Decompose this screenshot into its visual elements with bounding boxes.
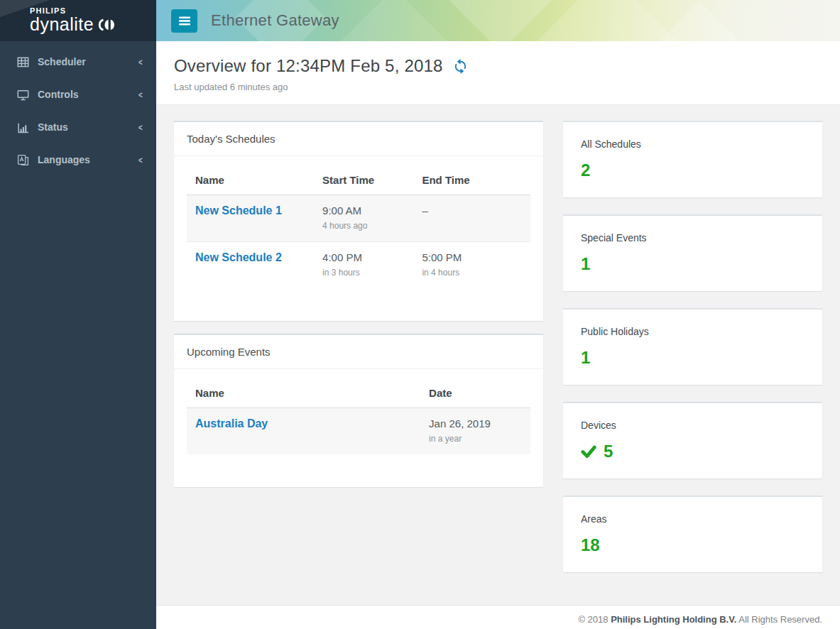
refresh-icon <box>452 58 469 75</box>
sidebar-item-label: Controls <box>38 89 79 100</box>
stat-value: 5 <box>604 442 613 461</box>
column-header-start-time: Start Time <box>314 165 413 195</box>
column-header-name: Name <box>187 165 314 195</box>
table-icon <box>17 56 29 68</box>
stat-card-public-holidays: Public Holidays 1 <box>563 308 822 385</box>
sidebar-item-label: Status <box>38 121 68 133</box>
sidebar-item-controls[interactable]: Controls < <box>0 78 156 111</box>
main-area: Ethernet Gateway Overview for 12:34PM Fe… <box>156 0 840 629</box>
dynalite-wordmark: dynalite <box>30 15 94 35</box>
end-time-value: – <box>422 204 522 217</box>
start-time-value: 4:00 PM <box>322 251 405 263</box>
stat-label: Special Events <box>581 232 804 244</box>
stat-card-all-schedules: All Schedules 2 <box>563 121 822 197</box>
table-row: New Schedule 1 9:00 AM 4 hours ago – <box>187 195 530 242</box>
chevron-left-icon: < <box>138 154 143 165</box>
start-time-relative: 4 hours ago <box>322 221 405 231</box>
header-diamond-decor <box>532 0 682 41</box>
column-header-end-time: End Time <box>413 165 530 195</box>
left-column: Today's Schedules Name Start Time End Ti… <box>174 121 543 589</box>
right-column: All Schedules 2 Special Events 1 Public … <box>563 121 822 589</box>
language-icon <box>17 154 29 166</box>
overview-heading: Overview for 12:34PM Feb 5, 2018 <box>174 56 443 76</box>
stat-label: All Schedules <box>581 138 804 150</box>
table-row: New Schedule 2 4:00 PM in 3 hours 5:00 P… <box>187 242 530 289</box>
hamburger-icon <box>179 16 190 26</box>
start-time-value: 9:00 AM <box>322 204 405 217</box>
sidebar: PHILIPS dynalite <box>0 0 156 629</box>
stat-card-special-events: Special Events 1 <box>563 214 822 291</box>
event-link[interactable]: Australia Day <box>195 417 268 430</box>
end-time-value: 5:00 PM <box>422 251 522 263</box>
stat-value: 2 <box>581 160 590 180</box>
header-diamond-decor <box>445 0 556 41</box>
header-diamond-decor <box>329 0 459 41</box>
event-date-value: Jan 26, 2019 <box>429 417 522 430</box>
copyright-suffix: All Rights Reserved. <box>736 614 822 625</box>
bar-chart-icon <box>17 121 29 133</box>
sidebar-nav: Scheduler < Controls < <box>0 41 156 176</box>
stat-card-devices: Devices 5 <box>563 402 822 478</box>
event-date-relative: in a year <box>429 434 522 444</box>
refresh-button[interactable] <box>452 58 469 75</box>
desktop-icon <box>17 89 29 101</box>
stat-label: Public Holidays <box>581 326 804 337</box>
header-diamond-decor <box>654 1 744 41</box>
table-row: Australia Day Jan 26, 2019 in a year <box>187 408 530 455</box>
footer: © 2018 Philips Lighting Holding B.V. All… <box>156 605 840 629</box>
page-title: Ethernet Gateway <box>211 11 339 30</box>
check-icon <box>581 444 596 459</box>
stat-value: 1 <box>581 254 590 274</box>
column-header-name: Name <box>187 378 420 408</box>
start-time-relative: in 3 hours <box>322 268 405 278</box>
last-updated-text: Last updated 6 minutes ago <box>174 82 822 92</box>
content: Today's Schedules Name Start Time End Ti… <box>156 105 840 605</box>
top-header: Ethernet Gateway <box>156 0 840 41</box>
dynalite-logo-icon <box>96 18 119 32</box>
stat-card-areas: Areas 18 <box>563 496 822 572</box>
upcoming-events-card: Upcoming Events Name Date <box>174 334 543 487</box>
stat-label: Devices <box>581 420 804 431</box>
content-header: Overview for 12:34PM Feb 5, 2018 Last up… <box>156 41 840 105</box>
brand-logo: PHILIPS dynalite <box>0 0 156 41</box>
sidebar-item-languages[interactable]: Languages < <box>0 143 156 176</box>
stat-value: 1 <box>581 348 590 368</box>
sidebar-item-label: Languages <box>38 154 90 165</box>
sidebar-item-status[interactable]: Status < <box>0 111 156 143</box>
card-title: Today's Schedules <box>174 122 543 156</box>
app-window: PHILIPS dynalite <box>0 0 840 629</box>
schedule-link[interactable]: New Schedule 2 <box>195 251 282 263</box>
copyright-prefix: © 2018 <box>578 614 611 625</box>
stat-value: 18 <box>581 535 600 555</box>
end-time-relative: in 4 hours <box>422 268 522 278</box>
column-header-date: Date <box>420 378 530 408</box>
chevron-left-icon: < <box>138 121 143 133</box>
todays-schedules-card: Today's Schedules Name Start Time End Ti… <box>174 121 543 321</box>
company-name: Philips Lighting Holding B.V. <box>611 614 736 625</box>
sidebar-item-label: Scheduler <box>38 56 86 67</box>
sidebar-item-scheduler[interactable]: Scheduler < <box>0 45 156 78</box>
card-title: Upcoming Events <box>174 335 543 369</box>
stat-label: Areas <box>581 513 804 525</box>
chevron-left-icon: < <box>138 56 143 67</box>
upcoming-events-table: Name Date Australia Day Jan 26, 2019 in … <box>187 378 530 454</box>
chevron-left-icon: < <box>138 89 143 100</box>
sidebar-toggle-button[interactable] <box>171 9 197 33</box>
schedule-link[interactable]: New Schedule 1 <box>195 204 282 217</box>
todays-schedules-table: Name Start Time End Time New Schedule 1 … <box>187 165 530 288</box>
